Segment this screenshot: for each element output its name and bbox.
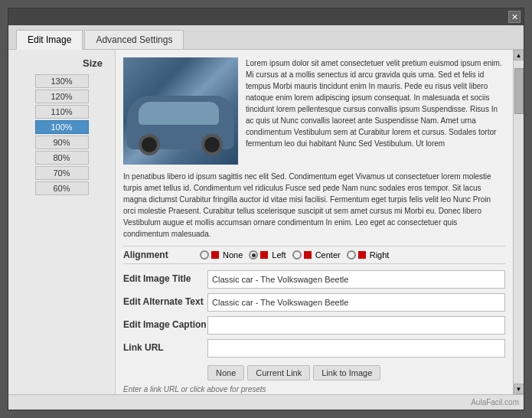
size-80[interactable]: 80% xyxy=(35,151,89,165)
center-icon xyxy=(304,251,312,259)
alt-input[interactable] xyxy=(207,293,505,312)
content-area: Size 130% 120% 110% 100% 90% 80% 70% 60% xyxy=(8,50,524,394)
image-preview xyxy=(123,57,238,165)
align-right-label: Right xyxy=(370,250,390,260)
right-icon xyxy=(358,251,366,259)
link-url-label: Link URL xyxy=(123,342,207,354)
tab-advanced-settings[interactable]: Advanced Settings xyxy=(84,30,184,49)
bottom-bar: AulaFacil.com xyxy=(8,394,524,410)
car-wheel-left xyxy=(139,134,160,155)
image-text-row: Lorem ipsum dolor sit amet consectetuer … xyxy=(123,57,505,165)
size-110[interactable]: 110% xyxy=(35,105,89,119)
link-hint-text: Enter a link URL or click above for pres… xyxy=(123,385,505,394)
radio-left[interactable] xyxy=(249,250,258,260)
alignment-options: None Left Center Rig xyxy=(200,250,389,260)
none-icon xyxy=(211,251,219,259)
link-none-button[interactable]: None xyxy=(207,365,244,380)
link-url-input[interactable] xyxy=(207,339,505,358)
size-120[interactable]: 120% xyxy=(35,90,89,103)
tab-bar: Edit Image Advanced Settings xyxy=(8,25,524,50)
align-none[interactable]: None xyxy=(200,250,243,260)
title-input[interactable] xyxy=(207,270,505,289)
scroll-down-arrow[interactable]: ▼ xyxy=(514,384,524,394)
link-buttons-row: None Current Link Link to Image xyxy=(123,362,505,380)
caption-row: Edit Image Caption xyxy=(123,316,505,335)
link-current-button[interactable]: Current Link xyxy=(247,365,310,380)
align-center-label: Center xyxy=(315,250,341,260)
align-left[interactable]: Left xyxy=(249,250,286,260)
link-url-row: Link URL xyxy=(123,339,505,358)
size-90[interactable]: 90% xyxy=(35,136,89,149)
car-image xyxy=(123,57,238,165)
size-100[interactable]: 100% xyxy=(35,120,89,134)
lorem-full-text: In penatibus libero id ipsum sagittis ne… xyxy=(123,171,505,240)
car-window xyxy=(139,102,219,125)
car-body xyxy=(127,96,234,149)
car-wheel-right xyxy=(201,134,223,155)
radio-right[interactable] xyxy=(347,250,356,260)
close-button[interactable]: ✕ xyxy=(508,11,521,23)
caption-input[interactable] xyxy=(207,316,505,335)
main-dialog: ✕ Edit Image Advanced Settings Size 130%… xyxy=(8,8,524,410)
radio-none[interactable] xyxy=(200,250,209,260)
align-left-label: Left xyxy=(272,250,286,260)
size-label: Size xyxy=(83,57,115,69)
alignment-row: Alignment None Left Ce xyxy=(123,246,505,264)
size-60[interactable]: 60% xyxy=(35,181,89,195)
link-buttons: None Current Link Link to Image xyxy=(207,365,380,380)
align-none-label: None xyxy=(223,250,243,260)
left-icon xyxy=(260,251,268,259)
tab-edit-image[interactable]: Edit Image xyxy=(16,30,83,50)
title-label: Edit Image Title xyxy=(123,273,207,286)
size-130[interactable]: 130% xyxy=(35,74,89,88)
title-row: Edit Image Title xyxy=(123,270,505,289)
main-content: Lorem ipsum dolor sit amet consectetuer … xyxy=(116,50,513,394)
radio-center[interactable] xyxy=(292,250,302,260)
scroll-up-arrow[interactable]: ▲ xyxy=(514,50,524,60)
align-right[interactable]: Right xyxy=(347,250,390,260)
sidebar: Size 130% 120% 110% 100% 90% 80% 70% 60% xyxy=(8,50,116,394)
title-bar: ✕ xyxy=(8,8,524,25)
align-center[interactable]: Center xyxy=(292,250,341,260)
scrollbar[interactable]: ▲ ▼ xyxy=(513,50,524,394)
alignment-label: Alignment xyxy=(123,250,200,260)
caption-label: Edit Image Caption xyxy=(123,319,207,331)
scroll-track[interactable] xyxy=(514,60,524,384)
watermark-text: AulaFacil.com xyxy=(471,398,519,407)
alt-label: Edit Alternate Text xyxy=(123,296,207,309)
size-70[interactable]: 70% xyxy=(35,166,89,180)
link-to-image-button[interactable]: Link to Image xyxy=(313,365,380,380)
lorem-short-text: Lorem ipsum dolor sit amet consectetuer … xyxy=(246,57,505,165)
alt-row: Edit Alternate Text xyxy=(123,293,505,312)
scroll-thumb[interactable] xyxy=(514,68,524,114)
